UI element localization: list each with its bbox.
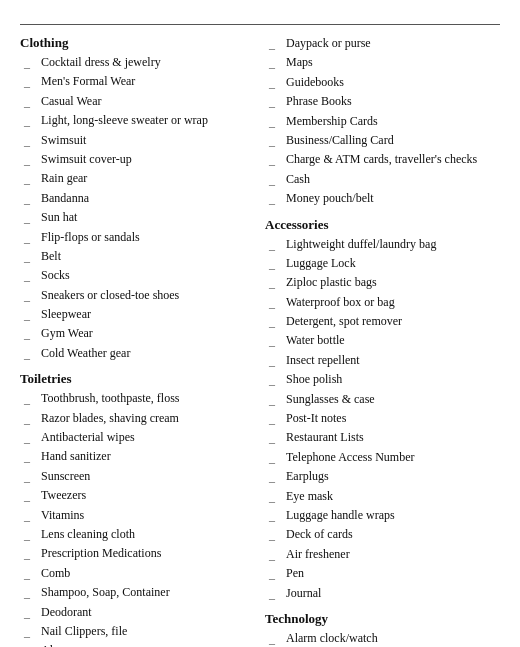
checkbox-mark[interactable]: _ — [24, 210, 38, 227]
item-label: Business/Calling Card — [286, 132, 394, 149]
checkbox-mark[interactable]: _ — [24, 268, 38, 285]
checkbox-mark[interactable]: _ — [24, 94, 38, 111]
item-label: Lens cleaning cloth — [41, 526, 135, 543]
checkbox-mark[interactable]: _ — [269, 275, 283, 292]
checkbox-mark[interactable]: _ — [24, 488, 38, 505]
checkbox-mark[interactable]: _ — [24, 527, 38, 544]
checkbox-mark[interactable]: _ — [24, 133, 38, 150]
item-label: Cocktail dress & jewelry — [41, 54, 161, 71]
item-label: Membership Cards — [286, 113, 378, 130]
checkbox-mark[interactable]: _ — [269, 75, 283, 92]
checkbox-mark[interactable]: _ — [24, 566, 38, 583]
checkbox-mark[interactable]: _ — [269, 430, 283, 447]
checkbox-mark[interactable]: _ — [269, 314, 283, 331]
checkbox-mark[interactable]: _ — [269, 55, 283, 72]
checkbox-mark[interactable]: _ — [24, 113, 38, 130]
checkbox-mark[interactable]: _ — [24, 171, 38, 188]
list-item: _Bandanna — [20, 190, 255, 208]
list-item: _Casual Wear — [20, 93, 255, 111]
checkbox-mark[interactable]: _ — [269, 489, 283, 506]
checkbox-mark[interactable]: _ — [24, 288, 38, 305]
checkbox-mark[interactable]: _ — [269, 256, 283, 273]
list-item: _Post-It notes — [265, 410, 500, 428]
checkbox-mark[interactable]: _ — [24, 469, 38, 486]
item-label: Post-It notes — [286, 410, 346, 427]
item-label: Luggage handle wraps — [286, 507, 395, 524]
item-label: Lightweight duffel/laundry bag — [286, 236, 436, 253]
section-title: Toiletries — [20, 371, 255, 387]
item-label: Journal — [286, 585, 321, 602]
checkbox-mark[interactable]: _ — [269, 133, 283, 150]
item-label: Casual Wear — [41, 93, 101, 110]
checkbox-mark[interactable]: _ — [269, 94, 283, 111]
list-item: _Light, long-sleeve sweater or wrap — [20, 112, 255, 130]
checkbox-mark[interactable]: _ — [269, 295, 283, 312]
checkbox-mark[interactable]: _ — [24, 585, 38, 602]
checkbox-mark[interactable]: _ — [269, 586, 283, 603]
item-label: Shampoo, Soap, Container — [41, 584, 170, 601]
checkbox-mark[interactable]: _ — [24, 624, 38, 641]
checkbox-mark[interactable]: _ — [269, 372, 283, 389]
checkbox-mark[interactable]: _ — [269, 566, 283, 583]
checkbox-mark[interactable]: _ — [24, 307, 38, 324]
checkbox-mark[interactable]: _ — [269, 469, 283, 486]
item-label: Cold Weather gear — [41, 345, 130, 362]
item-label: Luggage Lock — [286, 255, 356, 272]
item-label: Detergent, spot remover — [286, 313, 402, 330]
item-label: Waterproof box or bag — [286, 294, 395, 311]
list-item: _Air freshener — [265, 546, 500, 564]
checkbox-mark[interactable]: _ — [24, 326, 38, 343]
item-label: Telephone Access Number — [286, 449, 414, 466]
list-item: _Lens cleaning cloth — [20, 526, 255, 544]
checkbox-mark[interactable]: _ — [24, 249, 38, 266]
item-label: Antibacterial wipes — [41, 429, 135, 446]
checkbox-mark[interactable]: _ — [24, 449, 38, 466]
checkbox-mark[interactable]: _ — [269, 172, 283, 189]
list-item: _Flip-flops or sandals — [20, 229, 255, 247]
checkbox-mark[interactable]: _ — [269, 508, 283, 525]
checkbox-mark[interactable]: _ — [24, 430, 38, 447]
checkbox-mark[interactable]: _ — [24, 346, 38, 363]
list-item: _Shoe polish — [265, 371, 500, 389]
checkbox-mark[interactable]: _ — [269, 114, 283, 131]
item-label: Phrase Books — [286, 93, 352, 110]
main-columns: Clothing_Cocktail dress & jewelry_Men's … — [20, 35, 500, 647]
checkbox-mark[interactable]: _ — [269, 36, 283, 53]
list-item: _Deodorant — [20, 604, 255, 622]
checkbox-mark[interactable]: _ — [24, 55, 38, 72]
checkbox-mark[interactable]: _ — [269, 237, 283, 254]
checkbox-mark[interactable]: _ — [24, 230, 38, 247]
list-item: _Deck of cards — [265, 526, 500, 544]
checkbox-mark[interactable]: _ — [24, 74, 38, 91]
checkbox-mark[interactable]: _ — [24, 411, 38, 428]
list-item: _Journal — [265, 585, 500, 603]
checkbox-mark[interactable]: _ — [269, 547, 283, 564]
list-item: _Sunscreen — [20, 468, 255, 486]
checkbox-mark[interactable]: _ — [24, 391, 38, 408]
item-label: Razor blades, shaving cream — [41, 410, 179, 427]
item-label: Deodorant — [41, 604, 92, 621]
checkbox-mark[interactable]: _ — [24, 152, 38, 169]
item-label: Restaurant Lists — [286, 429, 364, 446]
checkbox-mark[interactable]: _ — [24, 508, 38, 525]
item-label: Rain gear — [41, 170, 87, 187]
checkbox-mark[interactable]: _ — [269, 631, 283, 647]
checkbox-mark[interactable]: _ — [269, 191, 283, 208]
checkbox-mark[interactable]: _ — [24, 546, 38, 563]
list-item: _Men's Formal Wear — [20, 73, 255, 91]
item-label: Sleepwear — [41, 306, 91, 323]
list-item: _Cash — [265, 171, 500, 189]
checkbox-mark[interactable]: _ — [269, 411, 283, 428]
checkbox-mark[interactable]: _ — [269, 333, 283, 350]
checkbox-mark[interactable]: _ — [24, 605, 38, 622]
list-item: _Socks — [20, 267, 255, 285]
checkbox-mark[interactable]: _ — [269, 353, 283, 370]
checkbox-mark[interactable]: _ — [269, 152, 283, 169]
item-label: Prescription Medications — [41, 545, 161, 562]
checkbox-mark[interactable]: _ — [269, 450, 283, 467]
list-item: _Charge & ATM cards, traveller's checks — [265, 151, 500, 169]
checkbox-mark[interactable]: _ — [269, 527, 283, 544]
checkbox-mark[interactable]: _ — [24, 643, 38, 647]
checkbox-mark[interactable]: _ — [24, 191, 38, 208]
checkbox-mark[interactable]: _ — [269, 392, 283, 409]
